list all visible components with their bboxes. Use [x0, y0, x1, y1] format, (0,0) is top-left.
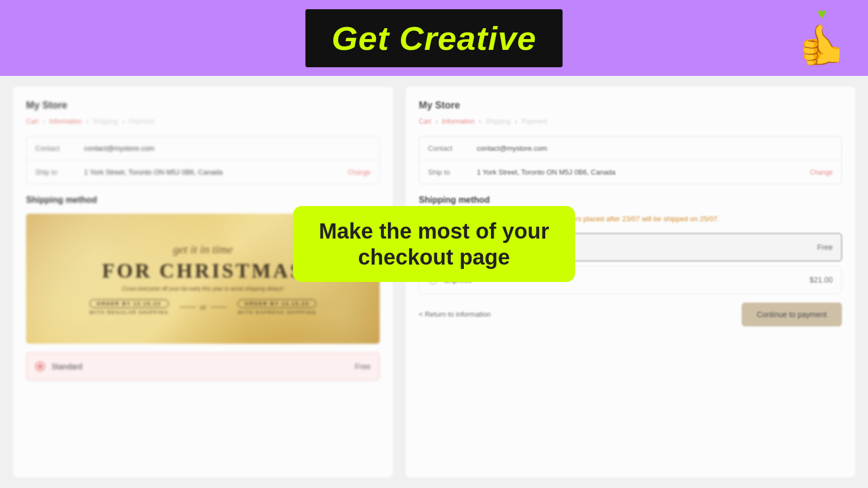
r-breadcrumb-cart: Cart [419, 118, 431, 125]
r-sep2: › [479, 118, 481, 125]
breadcrumb-payment: Payment [129, 118, 154, 125]
ship-to-label: Ship to [35, 168, 84, 176]
r-ship-to-row: Ship to 1 York Street, Toronto ON M5J 0B… [419, 160, 841, 184]
right-breadcrumb: Cart › Information › Shipping › Payment [419, 118, 842, 125]
right-store-name: My Store [419, 100, 842, 111]
r-ship-to-label: Ship to [428, 168, 477, 176]
breadcrumb-info: Information [49, 118, 82, 125]
left-panel: My Store Cart › Information › Shipping ›… [13, 87, 393, 477]
sep2: › [86, 118, 88, 125]
right-panel: My Store Cart › Information › Shipping ›… [406, 87, 855, 477]
left-breadcrumb: Cart › Information › Shipping › Payment [26, 118, 380, 125]
ship-to-row: Ship to 1 York Street, Toronto ON M5J 0B… [27, 160, 379, 184]
banner-left-date: ORDER BY 12.15.23 WITH REGULAR SHIPPING [90, 299, 169, 315]
right-info-box: Contact contact@mystore.com Ship to 1 Yo… [419, 136, 842, 184]
contact-value: contact@mystore.com [84, 144, 371, 152]
right-express-price: $21.00 [809, 275, 833, 284]
page-title: Get Creative [331, 20, 536, 57]
left-radio-standard [35, 362, 45, 371]
left-standard-price: Free [355, 362, 371, 371]
r-contact-row: Contact contact@mystore.com [419, 137, 841, 160]
banner-or: or [180, 303, 227, 311]
banner-large-text: FOR CHRISTMAS [102, 259, 304, 282]
thumbs-up-icon: 👍 [797, 25, 846, 64]
bubble-line1: Make the most of your [312, 218, 556, 244]
r-contact-value: contact@mystore.com [477, 144, 833, 152]
overlay-bubble: Make the most of your checkout page [293, 206, 575, 282]
breadcrumb-cart: Cart [26, 118, 39, 125]
contact-label: Contact [35, 144, 84, 152]
ship-to-value: 1 York Street, Toronto ON M5J 0B6, Canad… [84, 168, 348, 176]
r-ship-to-value: 1 York Street, Toronto ON M5J 0B6, Canad… [477, 168, 810, 176]
left-shipping-title: Shipping method [26, 195, 380, 205]
r-breadcrumb-shipping: Shipping [486, 118, 511, 125]
sep3: › [122, 118, 124, 125]
r-contact-label: Contact [428, 144, 477, 152]
right-change-btn[interactable]: Change [810, 169, 833, 176]
header: Get Creative ♥ 👍 [0, 0, 868, 76]
back-link[interactable]: < Return to information [419, 310, 491, 318]
title-box: Get Creative [305, 9, 562, 67]
banner-label-right: WITH EXPRESS SHIPPING [238, 310, 316, 315]
heart-icon: ♥ [818, 5, 827, 23]
banner-italic: get it in time [173, 242, 233, 256]
r-sep3: › [515, 118, 517, 125]
left-info-box: Contact contact@mystore.com Ship to 1 Yo… [26, 136, 380, 184]
left-standard-name: Standard [52, 362, 82, 371]
bottom-nav: < Return to information Continue to paym… [419, 303, 842, 326]
r-sep1: › [436, 118, 438, 125]
continue-button[interactable]: Continue to payment [742, 303, 842, 326]
banner-date-left: ORDER BY 12.15.23 [90, 299, 169, 308]
left-standard-option[interactable]: Standard Free [26, 352, 380, 381]
bubble-line2: checkout page [312, 244, 556, 270]
right-shipping-title: Shipping method [419, 195, 842, 205]
r-breadcrumb-info: Information [442, 118, 475, 125]
left-change-btn[interactable]: Change [348, 169, 371, 176]
r-breadcrumb-payment: Payment [521, 118, 547, 125]
right-standard-price: Free [817, 243, 833, 252]
main-content: My Store Cart › Information › Shipping ›… [0, 76, 868, 488]
banner-label-left: WITH REGULAR SHIPPING [90, 310, 169, 315]
banner-right-date: ORDER BY 12.15.23 WITH EXPRESS SHIPPING [238, 299, 316, 315]
banner-subtext: Cross everyone off your list early this … [122, 286, 284, 292]
banner-dates: ORDER BY 12.15.23 WITH REGULAR SHIPPING … [90, 299, 317, 315]
breadcrumb-shipping: Shipping [93, 118, 118, 125]
contact-row: Contact contact@mystore.com [27, 137, 379, 160]
left-store-name: My Store [26, 100, 380, 111]
sep1: › [43, 118, 45, 125]
banner-date-right: ORDER BY 12.15.23 [238, 299, 316, 308]
thumbs-up-container: ♥ 👍 [797, 5, 846, 64]
